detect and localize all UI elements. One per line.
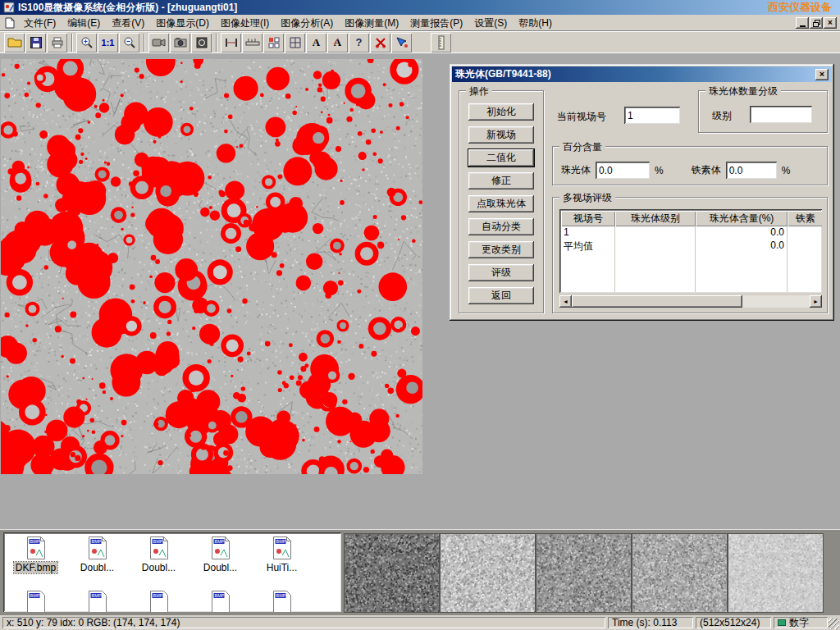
file-item[interactable]: BMP bbox=[66, 590, 128, 612]
menu-bar: 文件(F) 编辑(E) 查看(V) 图像显示(D) 图像处理(I) 图像分析(A… bbox=[0, 15, 840, 31]
font-off-button[interactable]: A⁄ bbox=[327, 33, 348, 52]
level-input[interactable] bbox=[750, 106, 812, 123]
menu-item-report[interactable]: 测量报告(P) bbox=[404, 15, 468, 32]
video-button[interactable] bbox=[148, 33, 169, 52]
correct-button[interactable]: 修正 bbox=[468, 171, 535, 190]
status-bar: x: 510 y: 79 idx: 0 RGB: (174, 174, 174)… bbox=[0, 615, 840, 630]
thumbnail-2[interactable] bbox=[440, 533, 536, 613]
return-button[interactable]: 返回 bbox=[468, 286, 535, 305]
scroll-right-button[interactable]: ► bbox=[810, 295, 822, 308]
dialog-close-button[interactable]: × bbox=[815, 69, 829, 80]
header-field[interactable]: 视场号 bbox=[561, 211, 615, 226]
pick-pearlite-button[interactable]: 点取珠光体 bbox=[468, 194, 535, 213]
pointer-button[interactable] bbox=[391, 33, 412, 52]
mdi-minimize-button[interactable] bbox=[796, 17, 809, 29]
print-button[interactable] bbox=[47, 33, 67, 52]
menu-item-edit[interactable]: 编辑(E) bbox=[62, 15, 106, 32]
file-item[interactable]: BMP Doubl... bbox=[189, 536, 251, 573]
svg-text:BMP: BMP bbox=[91, 593, 101, 598]
cell-ferrite bbox=[788, 240, 822, 253]
scroll-thumb[interactable] bbox=[572, 295, 742, 308]
menu-item-image-display[interactable]: 图像显示(D) bbox=[150, 15, 215, 32]
level-label: 级别 bbox=[712, 109, 732, 123]
header-level[interactable]: 珠光体级别 bbox=[615, 211, 696, 226]
init-button[interactable]: 初始化 bbox=[468, 103, 535, 121]
camera-icon bbox=[174, 37, 187, 48]
dialog-title-bar[interactable]: 珠光体(GB/T9441-88) × bbox=[452, 66, 832, 82]
table-row-empty bbox=[561, 253, 820, 266]
mdi-document-icon[interactable] bbox=[5, 17, 15, 29]
file-item[interactable]: BMP Doubl... bbox=[128, 536, 189, 573]
zoom-out-button[interactable] bbox=[119, 33, 139, 52]
file-list[interactable]: BMP DKF.bmp BMP Doubl... bbox=[3, 532, 341, 612]
metallograph-image[interactable] bbox=[1, 59, 422, 474]
grading-group-label: 珠光体数量分级 bbox=[705, 84, 781, 98]
file-item[interactable]: BMP bbox=[251, 590, 313, 612]
mdi-restore-button[interactable] bbox=[810, 17, 823, 29]
snapshot-button[interactable] bbox=[191, 33, 212, 52]
file-item[interactable]: BMP bbox=[189, 590, 251, 612]
thumbnail-5[interactable] bbox=[728, 533, 824, 613]
resize-grip[interactable] bbox=[829, 619, 839, 629]
micrometer-button[interactable] bbox=[242, 33, 262, 52]
grid-red-button[interactable] bbox=[263, 33, 284, 52]
ruler-button[interactable] bbox=[431, 33, 451, 52]
cell-field: 1 bbox=[561, 226, 615, 240]
cell-level bbox=[615, 240, 696, 253]
grid-button[interactable] bbox=[285, 33, 305, 52]
thumbnail-1[interactable] bbox=[344, 533, 440, 613]
zoom-in-button[interactable] bbox=[76, 33, 97, 52]
file-row: BMP DKF.bmp BMP Doubl... bbox=[3, 532, 341, 573]
scroll-track[interactable] bbox=[572, 295, 810, 308]
actual-size-button[interactable]: 1:1 bbox=[98, 33, 118, 52]
menu-item-help[interactable]: 帮助(H) bbox=[513, 15, 558, 32]
camera-button[interactable] bbox=[170, 33, 190, 52]
micrometer-icon bbox=[245, 37, 260, 48]
file-item[interactable]: BMP Doubl... bbox=[66, 536, 128, 573]
header-content[interactable]: 珠光体含量(%) bbox=[696, 211, 788, 226]
workspace: 珠光体(GB/T9441-88) × 操作 初始化 新视场 二值化 修正 点取珠… bbox=[0, 53, 840, 529]
thumbnail-3[interactable] bbox=[536, 533, 632, 613]
file-item[interactable]: BMP DKF.bmp bbox=[5, 536, 66, 573]
caliper-icon bbox=[224, 37, 239, 48]
file-label: DKF.bmp bbox=[14, 562, 57, 573]
binarize-button[interactable]: 二值化 bbox=[468, 148, 535, 167]
change-class-button[interactable]: 更改类别 bbox=[468, 240, 535, 259]
open-button[interactable] bbox=[4, 33, 25, 52]
toolbar-separator bbox=[216, 34, 217, 52]
file-item[interactable]: BMP bbox=[128, 590, 189, 612]
file-item[interactable]: BMP HuiTi... bbox=[251, 536, 313, 573]
pearlite-input[interactable] bbox=[596, 162, 650, 179]
save-button[interactable] bbox=[25, 33, 46, 52]
header-ferrite[interactable]: 铁素 bbox=[788, 211, 822, 226]
menu-item-image-analyze[interactable]: 图像分析(A) bbox=[275, 15, 339, 32]
font-button[interactable]: A bbox=[306, 33, 326, 52]
menu-item-image-measure[interactable]: 图像测量(M) bbox=[339, 15, 404, 32]
table-row[interactable]: 1 0.0 bbox=[561, 226, 820, 240]
file-label: Doubl... bbox=[140, 562, 177, 573]
file-item[interactable]: BMP bbox=[5, 590, 66, 612]
multifield-group-label: 多视场评级 bbox=[559, 191, 615, 205]
svg-text:BMP: BMP bbox=[276, 593, 285, 598]
table-row[interactable]: 平均值 0.0 bbox=[561, 240, 820, 253]
current-field-input[interactable] bbox=[624, 107, 680, 124]
menu-item-view[interactable]: 查看(V) bbox=[106, 15, 150, 32]
menu-item-settings[interactable]: 设置(S) bbox=[468, 15, 513, 32]
svg-text:BMP: BMP bbox=[30, 593, 39, 598]
mdi-close-button[interactable]: × bbox=[824, 17, 837, 29]
scroll-left-button[interactable]: ◄ bbox=[559, 295, 572, 308]
cut-button[interactable] bbox=[370, 33, 390, 52]
rate-button[interactable]: 评级 bbox=[468, 263, 535, 282]
new-field-button[interactable]: 新视场 bbox=[468, 126, 535, 144]
menu-item-file[interactable]: 文件(F) bbox=[18, 15, 62, 32]
thumbnail-4[interactable] bbox=[632, 533, 728, 613]
help-button[interactable]: ? bbox=[349, 33, 369, 52]
menu-item-image-process[interactable]: 图像处理(I) bbox=[215, 15, 275, 32]
auto-classify-button[interactable]: 自动分类 bbox=[468, 217, 535, 236]
bmp-file-icon: BMP bbox=[148, 536, 170, 560]
caliper-button[interactable] bbox=[221, 33, 241, 52]
percent-sign: % bbox=[655, 165, 664, 176]
ferrite-input[interactable] bbox=[726, 162, 777, 179]
current-field-label: 当前视场号 bbox=[557, 110, 606, 124]
svg-text:BMP: BMP bbox=[276, 539, 285, 544]
